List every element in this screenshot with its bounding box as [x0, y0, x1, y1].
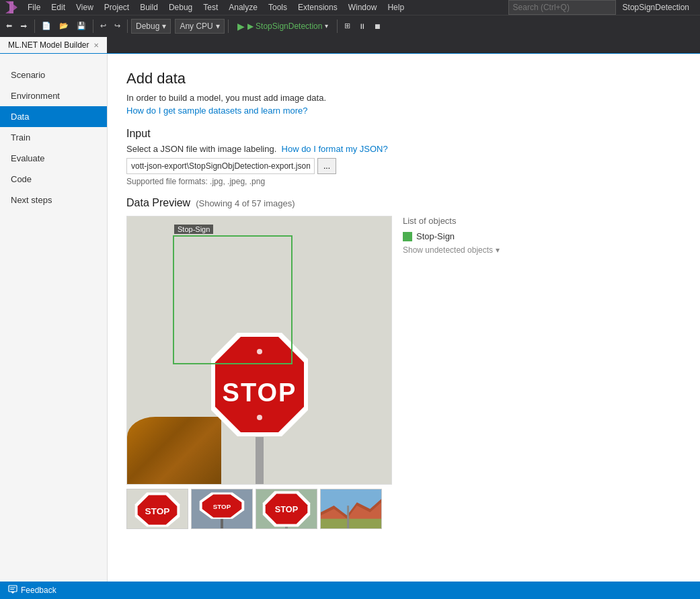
file-hint: Supported file formats: .jpg, .jpeg, .pn…: [126, 177, 681, 186]
toolbar-sep1: [34, 19, 35, 33]
main-layout: Scenario Environment Data Train Evaluate…: [0, 54, 700, 582]
content-area: Add data In order to build a model, you …: [108, 54, 700, 582]
vs-logo: [5, 1, 17, 13]
svg-rect-24: [321, 519, 381, 529]
object-item-stopsign: Stop-Sign: [403, 231, 504, 241]
sidebar-item-code[interactable]: Code: [0, 169, 107, 190]
sidebar-item-next-steps[interactable]: Next steps: [0, 190, 107, 210]
page-title: Add data: [126, 70, 681, 87]
bounding-box: Stop-Sign: [173, 235, 293, 364]
menu-window[interactable]: Window: [344, 1, 382, 13]
svg-marker-1: [9, 1, 13, 13]
svg-text:STOP: STOP: [275, 504, 299, 514]
thumbnail-4[interactable]: [320, 489, 382, 529]
platform-label: Any CPU: [180, 22, 212, 31]
object-name: Stop-Sign: [416, 231, 455, 241]
show-undetected-button[interactable]: Show undetected objects ▾: [403, 245, 504, 255]
thumbnail-3[interactable]: STOP: [256, 489, 317, 529]
toolbar-back[interactable]: ⬅: [3, 19, 15, 32]
preview-count: (Showing 4 of 57 images): [196, 198, 295, 208]
toolbar-sep2: [93, 19, 93, 33]
menu-edit[interactable]: Edit: [46, 1, 70, 13]
toolbar-extra3[interactable]: ⏹: [371, 20, 385, 32]
menu-bar: File Edit View Project Build Debug Test …: [0, 0, 700, 15]
svg-point-6: [257, 415, 262, 420]
objects-title: List of objects: [403, 216, 504, 226]
json-file-input[interactable]: [126, 158, 315, 174]
run-icon: ▶: [237, 21, 245, 32]
toolbar-save[interactable]: 💾: [73, 19, 89, 32]
sidebar-item-environment[interactable]: Environment: [0, 85, 107, 106]
menu-tools[interactable]: Tools: [264, 1, 292, 13]
sidebar-item-scenario[interactable]: Scenario: [0, 65, 107, 85]
page-subtitle: In order to build a model, you must add …: [126, 93, 681, 103]
svg-text:STOP: STOP: [145, 506, 169, 516]
menu-project[interactable]: Project: [100, 1, 134, 13]
toolbar-sep5: [337, 19, 338, 33]
sidebar-item-train[interactable]: Train: [0, 127, 107, 148]
thumbnail-2[interactable]: STOP: [191, 489, 253, 529]
thumbnail-1[interactable]: STOP: [126, 489, 188, 529]
preview-title: Data Preview: [126, 197, 190, 209]
tab-close-button[interactable]: ✕: [93, 42, 99, 49]
toolbar-sep3: [127, 19, 128, 33]
tab-label: ML.NET Model Builder: [8, 40, 89, 50]
sidebar: Scenario Environment Data Train Evaluate…: [0, 54, 108, 582]
toolbar-extra1[interactable]: ⊞: [341, 19, 354, 32]
menu-test[interactable]: Test: [198, 1, 223, 13]
toolbar-new[interactable]: 📄: [38, 19, 54, 32]
toolbar-sep4: [228, 19, 229, 33]
input-description: Select a JSON file with image labeling. …: [126, 144, 681, 154]
main-image-preview[interactable]: STOP Stop-Sign: [126, 216, 392, 485]
config-label: Debug: [136, 22, 159, 31]
model-builder-tab[interactable]: ML.NET Model Builder ✕: [0, 37, 108, 53]
bounding-label: Stop-Sign: [174, 225, 213, 234]
show-undetected-chevron: ▾: [496, 245, 500, 255]
run-label: ▶ StopSignDetection: [247, 22, 323, 31]
show-undetected-label: Show undetected objects: [403, 245, 493, 255]
tab-bar: ML.NET Model Builder ✕: [0, 36, 700, 54]
platform-dropdown[interactable]: Any CPU ▾: [175, 19, 224, 34]
platform-chevron: ▾: [216, 22, 220, 31]
thumbnail-strip: STOP STOP: [126, 489, 392, 529]
menu-view[interactable]: View: [71, 1, 98, 13]
object-color-box: [403, 232, 412, 241]
toolbar-forward[interactable]: ⮕: [17, 20, 31, 32]
run-button[interactable]: ▶ ▶ StopSignDetection ▾: [232, 19, 334, 34]
toolbar-undo[interactable]: ↩: [97, 19, 110, 32]
toolbar: ⬅ ⮕ 📄 📂 💾 ↩ ↪ Debug ▾ Any CPU ▾ ▶ ▶ Stop…: [0, 15, 700, 36]
help-link[interactable]: How do I get sample datasets and learn m…: [126, 106, 308, 116]
preview-header: Data Preview (Showing 4 of 57 images): [126, 197, 681, 209]
vs-title: StopSignDetection: [617, 3, 695, 12]
sidebar-item-evaluate[interactable]: Evaluate: [0, 148, 107, 169]
config-chevron: ▾: [162, 22, 166, 31]
svg-text:STOP: STOP: [213, 503, 231, 510]
toolbar-redo[interactable]: ↪: [111, 19, 124, 32]
objects-sidebar: List of objects Stop-Sign Show undetecte…: [403, 216, 504, 529]
menu-help[interactable]: Help: [383, 1, 409, 13]
menu-build[interactable]: Build: [135, 1, 163, 13]
menu-extensions[interactable]: Extensions: [293, 1, 342, 13]
run-chevron: ▾: [325, 22, 328, 30]
sidebar-item-data[interactable]: Data: [0, 106, 107, 127]
toolbar-open[interactable]: 📂: [56, 19, 72, 32]
menu-debug[interactable]: Debug: [164, 1, 197, 13]
browse-button[interactable]: ...: [317, 158, 336, 174]
preview-column: STOP Stop-Sign: [126, 216, 392, 529]
search-input[interactable]: [508, 0, 616, 15]
menu-file[interactable]: File: [23, 1, 45, 13]
preview-layout: STOP Stop-Sign: [126, 216, 681, 529]
svg-rect-25: [347, 506, 349, 528]
svg-text:STOP: STOP: [222, 378, 297, 407]
format-link[interactable]: How do I format my JSON?: [282, 144, 388, 154]
file-input-row: ...: [126, 158, 681, 174]
config-dropdown[interactable]: Debug ▾: [131, 19, 171, 34]
toolbar-extra2[interactable]: ⏸: [355, 20, 369, 32]
menu-analyze[interactable]: Analyze: [224, 1, 262, 13]
input-section-title: Input: [126, 128, 681, 140]
